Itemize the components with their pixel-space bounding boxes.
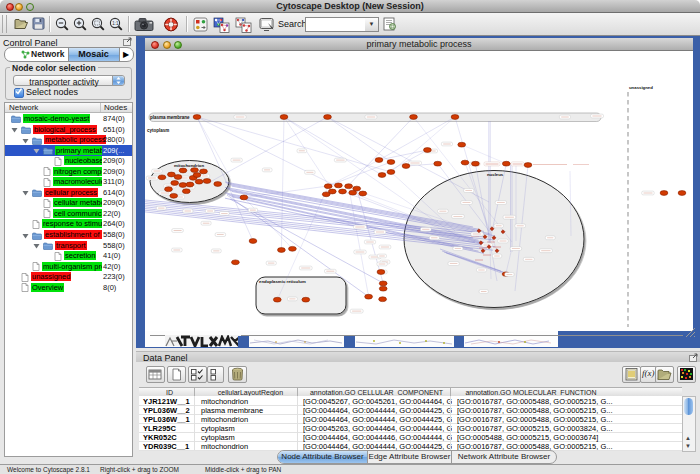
svg-text:unassigned: unassigned [629,85,653,90]
svg-text:plasma membrane: plasma membrane [150,115,190,120]
svg-text:nucleus: nucleus [487,172,504,177]
svg-text:endoplasmic reticulum: endoplasmic reticulum [259,279,306,284]
svg-text:1:1: 1:1 [112,21,119,26]
svg-text:cytoplasm: cytoplasm [147,128,169,133]
svg-text:mitochondrion: mitochondrion [174,163,204,168]
